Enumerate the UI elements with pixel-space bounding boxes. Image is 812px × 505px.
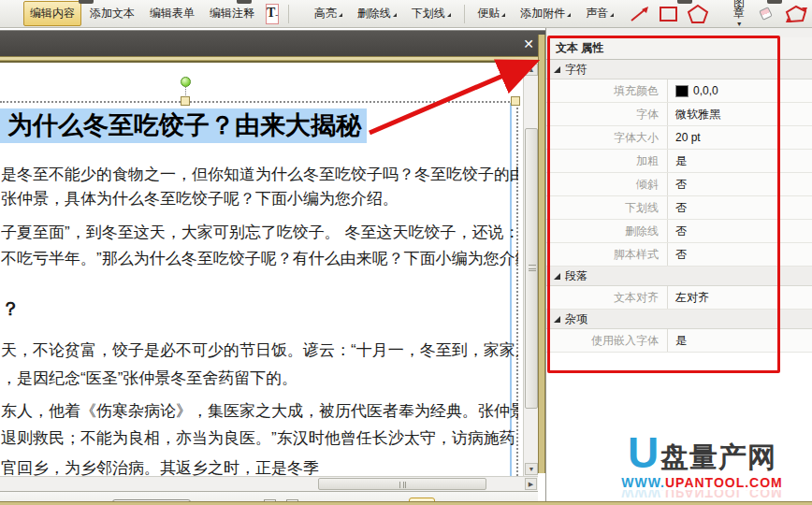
document-window: ✕ 为什么冬至吃饺子？由来大揭秘 是冬至不能少的食物之一，但你知道为什么冬至吃饺… [0, 28, 545, 501]
arrow-tool-icon[interactable] [629, 5, 651, 23]
horizontal-scroll-thumb[interactable] [318, 478, 486, 490]
scroll-grip [529, 265, 536, 271]
window-frame-bottom [0, 501, 812, 505]
property-row-font[interactable]: 字体 微软雅黑 [546, 103, 812, 126]
panel-title: 文本 属性 [546, 37, 812, 60]
edit-content-button[interactable]: 编辑内容 [23, 1, 81, 26]
pdf-editor-window: 编辑内容 添加文本 编辑表单 编辑注释 T- 高亮 删除线 下划线 便贴 添加附… [0, 0, 812, 505]
scroll-down-icon[interactable]: ▼ [525, 463, 538, 475]
add-attachment-button[interactable]: 添加附件 [514, 1, 577, 26]
eraser-tool-icon[interactable] [759, 7, 773, 21]
property-label: 字体 [546, 103, 668, 125]
section-paragraph[interactable]: 段落 [546, 267, 812, 286]
toolbar-separator [464, 5, 465, 23]
color-swatch[interactable] [675, 85, 689, 97]
cutoff-icon-fragment [237, 0, 252, 4]
stamp-button[interactable]: 图章▼ [728, 0, 750, 31]
sticky-note-button[interactable]: 便贴 [471, 1, 512, 26]
window-frame-strip [538, 35, 545, 473]
polygon-tool-icon[interactable] [687, 4, 709, 24]
horizontal-scrollbar[interactable]: ▶ [0, 476, 538, 491]
property-value: 左对齐 [668, 286, 709, 309]
property-row-underline[interactable]: 下划线 否 [546, 196, 812, 220]
property-value: 否 [668, 220, 687, 242]
document-titlebar: ✕ [0, 30, 545, 56]
section-misc[interactable]: 杂项 [546, 310, 812, 329]
property-value: 0,0,0 [668, 79, 718, 102]
collapse-triangle-icon [554, 316, 560, 323]
property-row-bold[interactable]: 加粗 是 [546, 150, 812, 173]
property-row-fill-color[interactable]: 填充颜色 0,0,0 [546, 79, 812, 103]
resize-handle-top[interactable] [181, 96, 190, 106]
window-border [0, 56, 545, 63]
toolbar-separator [288, 5, 289, 23]
textbox-tool-icon[interactable]: T- [266, 4, 279, 24]
property-row-font-size[interactable]: 字体大小 20 pt [546, 126, 812, 150]
body-text-line[interactable]: 不吃亏半年。”那么为什么冬至吃饺子呢？有什么由来呢？下面小编为您介绍 [1, 248, 518, 269]
site-watermark: U 盘量产网 WWW.UPANTOOL.COM WWW.UPANTOOL.COM [602, 431, 803, 499]
cloud-tool-icon[interactable] [784, 4, 808, 24]
body-text-line[interactable]: 是冬至不能少的食物之一，但你知道为什么冬至吃饺子吗？冬至吃饺子的由 [1, 164, 518, 185]
dropdown-corner-icon [567, 13, 571, 17]
section-label: 段落 [565, 268, 587, 284]
vertical-scrollbar[interactable]: ▲ ▼ [523, 63, 538, 476]
cutoff-icon-fragment [677, 0, 692, 4]
property-row-strikethrough[interactable]: 删除线 否 [546, 220, 812, 243]
section-label: 字符 [565, 62, 587, 78]
rotate-handle[interactable] [181, 77, 191, 87]
logo-u-icon: U [628, 431, 659, 474]
dropdown-corner-icon [393, 13, 397, 17]
property-value: 否 [668, 243, 687, 266]
property-row-embedded-font[interactable]: 使用嵌入字体 是 [546, 329, 812, 353]
collapse-triangle-icon [554, 273, 560, 280]
body-text-line[interactable]: 子夏至面”，到冬至这天，大家可别忘了吃饺子。 冬至这天吃饺子，还说：“冬 [1, 222, 518, 243]
body-text-line[interactable]: 张仲景，具体为什么冬至吃饺子呢？下面小编为您介绍。 [1, 188, 518, 209]
edit-form-button[interactable]: 编辑表单 [143, 1, 201, 26]
property-label: 填充颜色 [546, 79, 668, 102]
section-label: 杂项 [565, 311, 587, 327]
property-label: 字体大小 [546, 126, 668, 149]
dropdown-corner-icon [610, 13, 614, 17]
close-icon[interactable]: ✕ [519, 35, 538, 53]
body-text-line[interactable]: ，是因纪念“医圣”张仲景冬至舍药留下的。 [1, 368, 518, 389]
property-label: 倾斜 [546, 173, 668, 195]
scroll-right-icon[interactable]: ▶ [525, 478, 537, 490]
sound-button[interactable]: 声音 [579, 1, 620, 26]
property-value: 否 [668, 196, 687, 219]
property-value: 是 [668, 150, 687, 172]
highlight-button[interactable]: 高亮 [308, 1, 349, 26]
strikeout-button[interactable]: 删除线 [351, 1, 403, 26]
property-value: 否 [668, 173, 687, 195]
section-character[interactable]: 字符 [546, 60, 812, 79]
property-label: 加粗 [546, 150, 668, 172]
property-value: 微软雅黑 [668, 103, 720, 125]
edit-toolbar: 编辑内容 添加文本 编辑表单 编辑注释 T- 高亮 删除线 下划线 便贴 添加附… [0, 0, 812, 28]
logo-url: WWW.UPANTOOL.COM [602, 476, 803, 489]
collapse-triangle-icon [554, 66, 560, 73]
vertical-scroll-thumb[interactable] [525, 128, 538, 409]
underline-button[interactable]: 下划线 [405, 1, 457, 26]
property-value: 是 [668, 329, 687, 352]
body-text-line[interactable]: 退则救民；不能为良相，亦当为良医。”东汉时他曾任长沙太守，访病施药， [1, 427, 518, 449]
pdf-page: 为什么冬至吃饺子？由来大揭秘 是冬至不能少的食物之一，但你知道为什么冬至吃饺子吗… [0, 63, 538, 490]
scroll-up-icon[interactable]: ▲ [525, 64, 538, 76]
rectangle-tool-icon[interactable] [659, 5, 679, 23]
cutoff-icon-fragment [767, 0, 782, 4]
add-text-button[interactable]: 添加文本 [83, 1, 141, 26]
textbox-selection-top-border[interactable] [0, 101, 520, 103]
body-text-line[interactable]: 天，不论贫富，饺子是必不可少的节日饭。谚云：“十月一，冬至到，家家户 [1, 339, 518, 361]
document-heading[interactable]: 为什么冬至吃饺子？由来大揭秘 [0, 108, 367, 142]
dropdown-corner-icon [339, 13, 342, 17]
property-row-italic[interactable]: 倾斜 否 [546, 173, 812, 196]
property-label: 脚本样式 [546, 243, 668, 266]
resize-handle-top-right[interactable] [511, 96, 520, 106]
body-text-line[interactable]: 东人，他着《伤寒杂病论》，集医家之大成，被历代医者奉为经典。张仲景 [1, 400, 518, 422]
cutoff-icon-fragment [79, 0, 94, 4]
section-heading-fragment[interactable]: ？ [1, 296, 518, 322]
dropdown-corner-icon [447, 13, 451, 17]
property-row-script-style[interactable]: 脚本样式 否 [546, 243, 812, 267]
edit-annotation-button[interactable]: 编辑注释 [203, 1, 261, 26]
property-row-text-align[interactable]: 文本对齐 左对齐 [546, 286, 812, 310]
property-label: 使用嵌入字体 [546, 329, 668, 352]
property-label: 下划线 [546, 196, 668, 219]
